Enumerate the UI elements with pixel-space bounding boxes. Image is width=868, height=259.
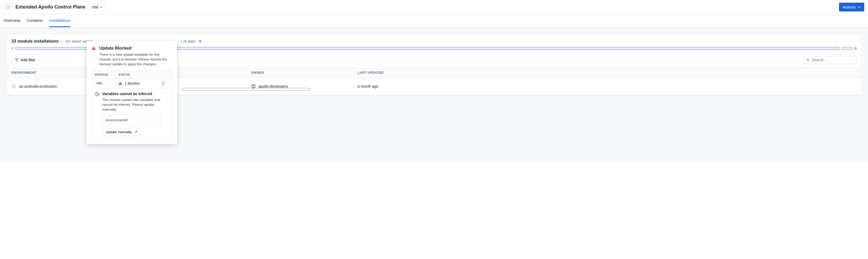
bar-left-value: 0: [11, 46, 13, 50]
environment-name: op-australia-production: [19, 84, 57, 88]
tab-overview[interactable]: Overview: [4, 15, 21, 27]
popover-version-badge: V98: [94, 81, 103, 86]
svg-point-0: [807, 59, 809, 61]
installation-count: 33 module installations: [11, 39, 59, 44]
bar-right-value: 0: [855, 46, 857, 50]
tab-contents[interactable]: Contents: [27, 15, 43, 27]
actions-button[interactable]: Actions: [839, 3, 864, 11]
variable-box: environmentId: [102, 115, 161, 125]
popover-table-row[interactable]: V98 1 blocker: [92, 79, 172, 88]
prohibited-icon: [95, 92, 100, 96]
chevron-down-icon: [100, 6, 102, 8]
col-environment: ENVIRONMENT: [11, 71, 91, 75]
chevron-down-icon: [858, 6, 861, 8]
environment-cell: op-australia-production: [11, 84, 91, 89]
environment-icon: [11, 84, 16, 89]
user-icon: [251, 84, 256, 89]
search-icon: [806, 58, 809, 62]
popover-status-cell: 1 blocker: [118, 81, 161, 86]
out-of-date-label: t of date: [181, 39, 195, 44]
popover-table: VERSION STATUS V98 1 blocker: [91, 70, 172, 140]
search-box[interactable]: [803, 56, 857, 64]
filter-icon: [15, 58, 19, 62]
collapse-toggle[interactable]: [161, 82, 169, 85]
popover-detail: Variables cannot be inferred The module …: [92, 88, 172, 139]
separator-dot: •: [61, 39, 63, 44]
warning-triangle-icon: [91, 46, 96, 51]
app-icon: [4, 3, 12, 11]
version-selector[interactable]: V98: [89, 3, 105, 11]
page-title: Extended Apollo Control Plane: [16, 4, 86, 10]
popover-detail-title: Variables cannot be inferred: [102, 92, 152, 96]
external-link-icon: [134, 131, 137, 134]
header-left: Extended Apollo Control Plane V98: [4, 3, 105, 11]
collapse-icon: [161, 82, 165, 85]
popover-th-status: STATUS: [116, 71, 172, 78]
search-input[interactable]: [811, 58, 854, 62]
owner-cell: apollo-developers: [251, 84, 358, 89]
popover-status-text: 1 blocker: [125, 81, 140, 86]
installations-panel: 33 module installations • On latest vers…: [6, 34, 862, 95]
popover-th-version: VERSION: [92, 71, 116, 78]
popover-title: Update Blocked: [99, 46, 131, 51]
tab-installations[interactable]: Installations: [49, 15, 70, 27]
progress-bar-blocked: [841, 47, 852, 50]
last-updated-cell: a month ago: [358, 84, 857, 88]
page-header: Extended Apollo Control Plane V98 Action…: [0, 0, 868, 15]
col-owner: OWNER: [251, 71, 358, 75]
add-filter-label: Add filter: [21, 58, 35, 62]
update-manually-button[interactable]: Update manually: [102, 128, 141, 136]
add-filter-button[interactable]: Add filter: [11, 56, 39, 64]
content-area: 33 module installations • On latest vers…: [0, 27, 868, 161]
popover-table-header: VERSION STATUS: [92, 71, 172, 79]
svg-rect-1: [12, 86, 16, 88]
cube-icon: [6, 5, 10, 9]
col-last-updated: LAST UPDATED: [358, 71, 857, 75]
svg-rect-6: [120, 83, 120, 84]
owner-name: apollo-developers: [258, 84, 288, 88]
warning-triangle-icon: [118, 81, 122, 86]
svg-rect-4: [93, 48, 94, 49]
version-label: V98: [92, 5, 98, 9]
popover-description: There is a new update available for this…: [99, 52, 172, 67]
actions-label: Actions: [843, 5, 856, 9]
tabs: Overview Contents Installations: [0, 15, 868, 27]
out-of-date-value: 0: [199, 39, 201, 44]
update-blocked-popover: Update Blocked There is a new update ava…: [87, 41, 177, 144]
svg-rect-5: [93, 49, 94, 50]
popover-detail-description: The module update has variables that can…: [102, 97, 169, 112]
svg-rect-7: [120, 84, 120, 84]
svg-point-3: [253, 85, 254, 86]
update-manually-label: Update manually: [106, 130, 132, 134]
